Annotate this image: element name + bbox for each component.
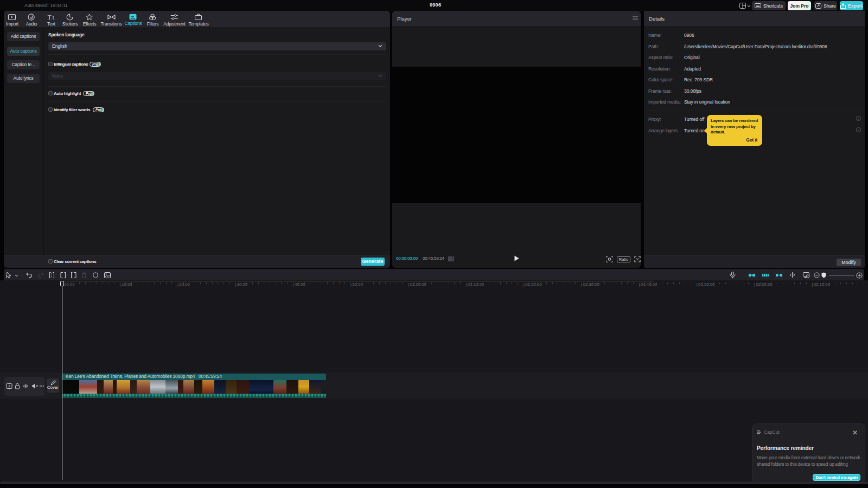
svg-text:I: I bbox=[52, 15, 54, 21]
svg-text:T: T bbox=[47, 14, 52, 21]
